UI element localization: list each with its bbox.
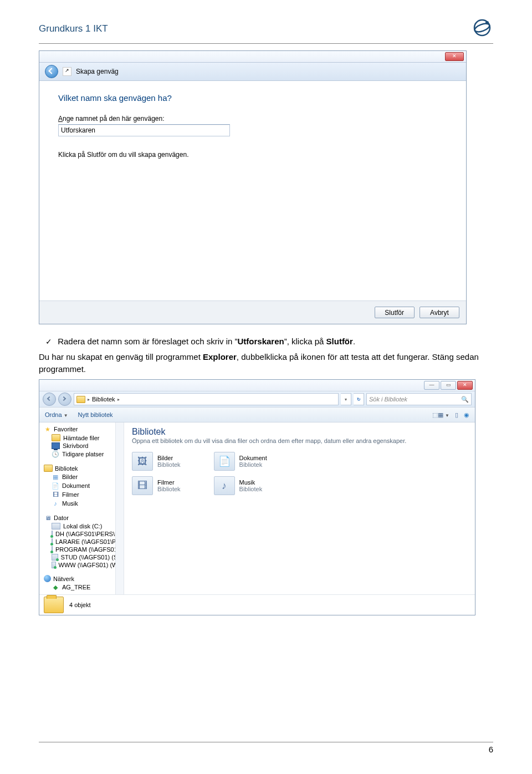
address-bar-row: ▸ Bibliotek ▸ ▾ ↻ Sök i Bibliotek 🔍: [39, 391, 475, 408]
lib-documents[interactable]: 📄 DokumentBibliotek: [214, 452, 267, 471]
content-pane: Bibliotek Öppna ett bibliotek om du vill…: [124, 422, 475, 594]
network-drive-icon: [52, 562, 56, 568]
scrollbar-thumb[interactable]: [116, 487, 122, 507]
maximize-button[interactable]: ▭: [441, 381, 456, 390]
nav-drive-dh[interactable]: DH (\\AGFS01\PERS\LARARE\AL): [39, 530, 124, 538]
name-field-label: Ange namnet på den här genvägen:: [58, 115, 447, 123]
checkmark-icon: ✓: [45, 337, 52, 346]
explorer-titlebar: — ▭ ✕: [39, 380, 475, 391]
desktop-icon: [52, 442, 60, 449]
document-icon: 📄: [52, 482, 59, 490]
chevron-right-icon: ▸: [88, 397, 90, 402]
nav-item-music[interactable]: ♪Musik: [39, 499, 124, 508]
name-field[interactable]: [58, 124, 230, 136]
lib-music[interactable]: ♪ MusikBibliotek: [214, 476, 263, 495]
folder-icon: [44, 597, 64, 613]
film-icon: 🎞: [132, 476, 153, 495]
network-drive-icon: [52, 531, 53, 537]
music-icon: ♪: [52, 500, 59, 507]
wizard-button-bar: Slutför Avbryt: [39, 301, 466, 324]
folder-icon: [76, 396, 85, 403]
svg-point-2: [485, 21, 489, 24]
nav-drive-c[interactable]: Lokal disk (C:): [39, 522, 124, 530]
nav-pane: ▲ ▼ ★Favoriter Hämtade filer Skrivbord 🕓…: [39, 422, 124, 594]
wizard-title: Skapa genväg: [76, 68, 119, 75]
folder-icon: [52, 434, 60, 441]
doc-header: Grundkurs 1 IKT: [39, 17, 493, 44]
lib-movies[interactable]: 🎞 FilmerBibliotek: [132, 476, 181, 495]
chevron-right-icon: ▸: [117, 397, 120, 402]
minimize-button[interactable]: —: [424, 381, 439, 390]
scroll-up-icon[interactable]: ▲: [117, 424, 121, 429]
nav-item-pictures[interactable]: ▦Bilder: [39, 472, 124, 481]
tree-icon: ◆: [52, 583, 59, 591]
nav-item-movies[interactable]: 🎞Filmer: [39, 490, 124, 499]
breadcrumb-bar[interactable]: ▸ Bibliotek ▸: [74, 393, 339, 405]
network-drive-icon: [52, 554, 58, 561]
nav-item-downloads[interactable]: Hämtade filer: [39, 434, 124, 442]
finish-button[interactable]: Slutför: [375, 307, 415, 318]
nav-item-desktop[interactable]: Skrivbord: [39, 442, 124, 450]
search-input[interactable]: Sök i Bibliotek 🔍: [366, 393, 472, 405]
nav-libraries[interactable]: Bibliotek: [39, 464, 124, 472]
content-title: Bibliotek: [132, 427, 467, 437]
computer-icon: 🖥: [44, 514, 52, 522]
organize-menu[interactable]: Ordna ▼: [45, 411, 68, 418]
search-icon: 🔍: [461, 396, 469, 403]
nav-item-documents[interactable]: 📄Dokument: [39, 481, 124, 490]
pictures-icon: 🖼: [132, 452, 153, 471]
page-number: 6: [489, 745, 493, 754]
nav-item-recent[interactable]: 🕓Tidigare platser: [39, 450, 124, 459]
wizard-nav: ↗ Skapa genväg: [39, 63, 466, 81]
explorer-window: — ▭ ✕ ▸ Bibliotek ▸ ▾ ↻ Sök i Bibliotek …: [39, 379, 475, 615]
network-drive-icon: [52, 538, 53, 545]
doc-footer: 6: [39, 742, 493, 754]
new-library-button[interactable]: Nytt bibliotek: [78, 411, 113, 418]
wizard-hint: Klicka på Slutför om du vill skapa genvä…: [58, 151, 447, 159]
view-options-button[interactable]: ⬚▦ ▼: [432, 411, 449, 419]
nav-drive-s[interactable]: STUD (\\AGFS01) (S:): [39, 553, 124, 561]
nav-drive-l[interactable]: LARARE (\\AGFS01\PERS) (L:): [39, 538, 124, 546]
network-icon: [44, 575, 51, 582]
preview-pane-button[interactable]: ▯: [455, 411, 458, 419]
doc-title: Grundkurs 1 IKT: [39, 23, 108, 34]
star-icon: ★: [44, 425, 52, 433]
wizard-heading: Vilket namn ska genvägen ha?: [58, 93, 447, 103]
search-placeholder: Sök i Bibliotek: [369, 396, 407, 403]
nav-forward-button[interactable]: [58, 393, 71, 406]
nav-computer[interactable]: 🖥Dator: [39, 513, 124, 522]
explorer-main: ▲ ▼ ★Favoriter Hämtade filer Skrivbord 🕓…: [39, 422, 475, 594]
film-icon: 🎞: [52, 491, 59, 498]
wizard-body: Vilket namn ska genvägen ha? Ange namnet…: [39, 81, 466, 301]
nav-network-item[interactable]: ◆AG_TREE: [39, 583, 124, 592]
close-button[interactable]: ✕: [445, 52, 464, 61]
nav-drive-p[interactable]: PROGRAM (\\AGFS01\PROG) (P:): [39, 546, 124, 553]
nav-drive-w[interactable]: WWW (\\AGFS01) (W:): [39, 561, 124, 569]
breadcrumb-item[interactable]: Bibliotek: [92, 396, 115, 403]
globe-logo-icon: [471, 17, 493, 41]
close-button[interactable]: ✕: [457, 381, 473, 390]
explorer-toolbar: Ordna ▼ Nytt bibliotek ⬚▦ ▼ ▯ ◉: [39, 408, 475, 422]
wizard-titlebar: ✕: [39, 51, 466, 63]
status-text: 4 objekt: [69, 602, 91, 608]
pictures-icon: ▦: [52, 473, 59, 481]
hdd-icon: [52, 523, 60, 529]
content-subtitle: Öppna ett bibliotek om du vill visa dina…: [132, 437, 467, 444]
document-icon: 📄: [214, 452, 235, 471]
nav-network[interactable]: Nätverk: [39, 574, 124, 583]
instruction-bullet: ✓ Radera det namn som är föreslaget och …: [39, 335, 493, 348]
scroll-down-icon[interactable]: ▼: [117, 588, 121, 593]
nav-back-button[interactable]: [43, 393, 56, 406]
libraries-icon: [44, 465, 53, 472]
nav-favorites[interactable]: ★Favoriter: [39, 425, 124, 434]
back-button[interactable]: [45, 65, 58, 78]
recent-icon: 🕓: [52, 450, 59, 458]
music-icon: ♪: [214, 476, 235, 495]
status-bar: 4 objekt: [39, 594, 475, 615]
wizard-window: ✕ ↗ Skapa genväg Vilket namn ska genväge…: [39, 50, 467, 324]
cancel-button[interactable]: Avbryt: [420, 307, 459, 318]
lib-pictures[interactable]: 🖼 BilderBibliotek: [132, 452, 181, 471]
help-button[interactable]: ◉: [464, 411, 469, 419]
refresh-button[interactable]: ↻: [354, 393, 364, 405]
address-dropdown[interactable]: ▾: [341, 393, 351, 405]
